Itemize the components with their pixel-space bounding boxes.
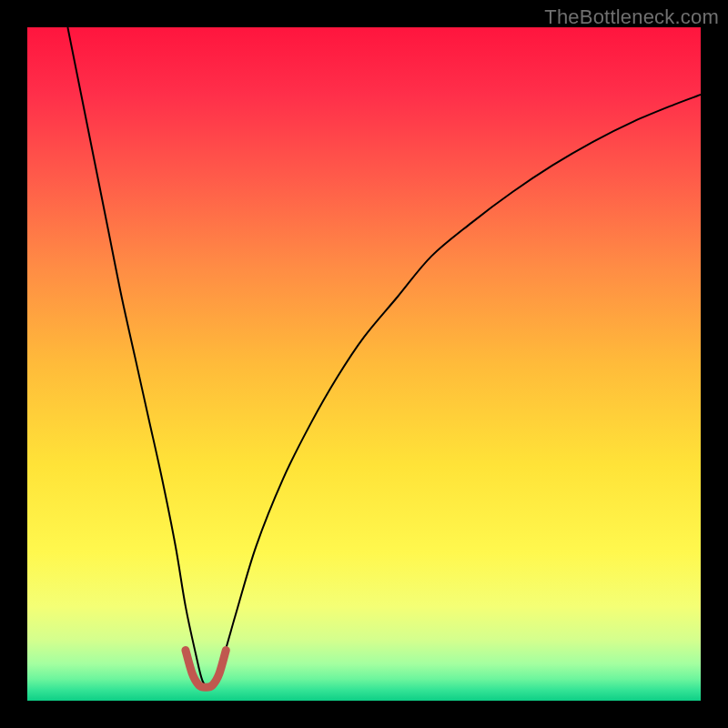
- attribution-label: TheBottleneck.com: [544, 5, 719, 29]
- chart-frame: TheBottleneck.com: [0, 0, 728, 728]
- chart-canvas: [27, 27, 701, 701]
- plot-area: [27, 27, 701, 701]
- gradient-background: [27, 27, 701, 701]
